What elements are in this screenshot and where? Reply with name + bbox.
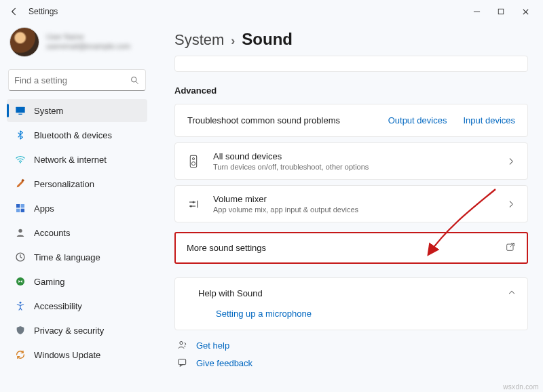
help-link-mic[interactable]: Setting up a microphone — [216, 309, 514, 319]
all-sound-devices-row[interactable]: All sound devices Turn devices on/off, t… — [174, 142, 528, 180]
svg-rect-5 — [18, 114, 22, 115]
collapsed-card[interactable] — [174, 56, 528, 72]
sidebar-item-label: System — [34, 106, 63, 116]
speaker-icon — [186, 154, 201, 169]
sidebar-item-update[interactable]: Windows Update — [7, 343, 147, 366]
output-devices-link[interactable]: Output devices — [388, 115, 447, 125]
troubleshoot-title: Troubleshoot common sound problems — [187, 115, 372, 125]
search-field[interactable] — [8, 69, 146, 91]
sidebar-item-label: Privacy & security — [34, 326, 104, 336]
accessibility-icon — [15, 300, 26, 311]
row-subtitle: Turn devices on/off, troubleshoot, other… — [213, 163, 493, 171]
help-card: ? Help with Sound Setting up a microphon… — [174, 277, 528, 330]
minimize-button[interactable] — [464, 2, 489, 21]
svg-rect-1 — [498, 9, 504, 14]
row-title: All sound devices — [213, 151, 493, 161]
chevron-right-icon — [506, 199, 517, 209]
feedback-icon — [177, 357, 188, 368]
svg-point-2 — [132, 77, 137, 82]
search-input[interactable] — [14, 75, 130, 85]
mixer-icon — [186, 197, 201, 212]
apps-icon — [15, 203, 26, 214]
sidebar-item-accounts[interactable]: Accounts — [7, 221, 147, 244]
breadcrumb: System › Sound — [174, 30, 528, 49]
external-link-icon — [505, 241, 516, 254]
give-feedback-link[interactable]: Give feedback — [177, 357, 528, 368]
sidebar-item-bluetooth[interactable]: Bluetooth & devices — [7, 123, 147, 146]
help-title: Help with Sound — [198, 288, 495, 298]
svg-point-22 — [190, 205, 192, 207]
sidebar-item-time[interactable]: Time & language — [7, 246, 147, 269]
svg-point-18 — [191, 161, 195, 165]
row-subtitle: App volume mix, app input & output devic… — [213, 205, 493, 214]
svg-line-3 — [136, 81, 138, 83]
user-profile[interactable]: User Name useremail@example.com — [7, 23, 147, 62]
svg-point-29 — [185, 347, 185, 347]
svg-rect-4 — [16, 107, 24, 113]
volume-mixer-row[interactable]: Volume mixer App volume mix, app input &… — [174, 185, 528, 222]
input-devices-link[interactable]: Input devices — [463, 115, 515, 125]
section-label-advanced: Advanced — [174, 85, 528, 96]
back-arrow-icon — [9, 6, 20, 17]
avatar — [10, 27, 39, 57]
wifi-icon — [15, 154, 26, 165]
clock-icon — [15, 252, 26, 262]
system-icon — [15, 105, 26, 116]
sidebar-item-personalization[interactable]: Personalization — [7, 172, 147, 195]
sidebar-item-label: Personalization — [34, 179, 94, 189]
sidebar-item-network[interactable]: Network & internet — [7, 148, 147, 171]
sidebar-item-label: Accessibility — [34, 301, 82, 311]
sidebar-item-label: Windows Update — [34, 350, 100, 360]
svg-point-12 — [18, 229, 22, 233]
user-text: User Name useremail@example.com — [46, 33, 130, 52]
row-title: Volume mixer — [213, 194, 493, 204]
row-title: More sound settings — [187, 243, 505, 253]
search-icon — [130, 75, 140, 85]
close-icon — [522, 8, 529, 16]
sidebar-item-label: Accounts — [34, 228, 70, 238]
sidebar-item-label: Bluetooth & devices — [34, 130, 112, 140]
svg-rect-11 — [21, 209, 24, 212]
sidebar-item-gaming[interactable]: Gaming — [7, 270, 147, 293]
chevron-right-icon: › — [231, 34, 235, 48]
maximize-icon — [498, 8, 504, 15]
chevron-up-icon — [507, 288, 517, 299]
sidebar-item-label: Time & language — [34, 252, 100, 262]
page-title: Sound — [242, 30, 293, 49]
brush-icon — [15, 178, 26, 189]
help-head[interactable]: ? Help with Sound — [175, 278, 527, 309]
sidebar-item-privacy[interactable]: Privacy & security — [7, 319, 147, 342]
svg-rect-8 — [16, 204, 20, 208]
gaming-icon — [15, 276, 26, 287]
svg-rect-10 — [16, 209, 20, 212]
sidebar-item-accessibility[interactable]: Accessibility — [7, 294, 147, 317]
sidebar-item-label: Network & internet — [34, 155, 107, 165]
sidebar-item-apps[interactable]: Apps — [7, 197, 147, 220]
minimize-icon — [473, 8, 481, 16]
watermark: wsxdn.com — [503, 383, 539, 391]
svg-point-17 — [192, 157, 194, 159]
update-icon — [15, 349, 26, 360]
maximize-button[interactable] — [489, 2, 513, 21]
sidebar-item-label: Apps — [34, 203, 54, 214]
shield-icon — [15, 325, 26, 336]
more-sound-settings-row[interactable]: More sound settings — [174, 232, 528, 264]
svg-point-15 — [20, 302, 22, 304]
chevron-right-icon — [506, 157, 517, 166]
svg-point-20 — [193, 201, 195, 203]
troubleshoot-card: Troubleshoot common sound problems Outpu… — [174, 104, 528, 137]
bluetooth-icon — [15, 130, 26, 140]
breadcrumb-parent[interactable]: System — [174, 31, 224, 49]
sidebar-item-label: Gaming — [34, 277, 65, 287]
person-icon — [15, 227, 26, 238]
close-button[interactable] — [513, 2, 538, 21]
svg-point-28 — [180, 342, 183, 345]
help-person-icon — [177, 340, 188, 351]
svg-rect-9 — [21, 204, 24, 208]
back-button[interactable] — [7, 4, 22, 19]
svg-rect-30 — [179, 359, 186, 365]
svg-point-6 — [20, 162, 21, 163]
sidebar-item-system[interactable]: System — [7, 99, 147, 122]
window-title: Settings — [29, 7, 58, 16]
get-help-link[interactable]: Get help — [177, 340, 528, 351]
